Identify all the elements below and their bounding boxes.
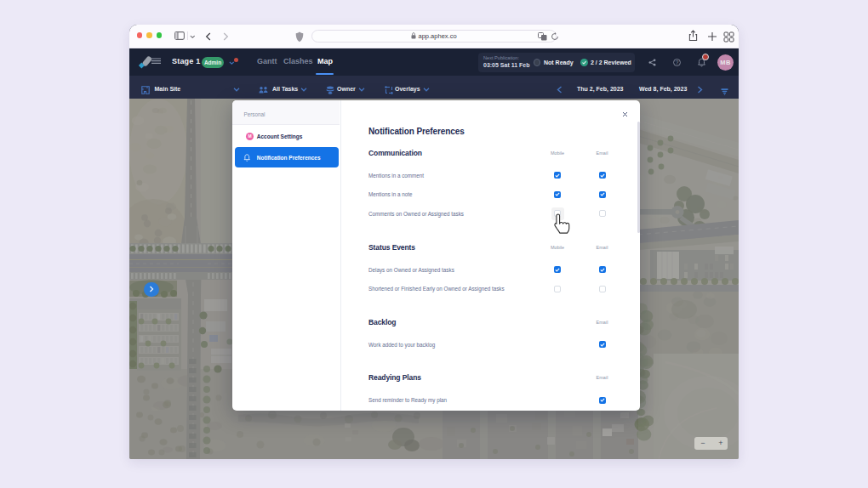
svg-text:?: ? (675, 59, 678, 65)
